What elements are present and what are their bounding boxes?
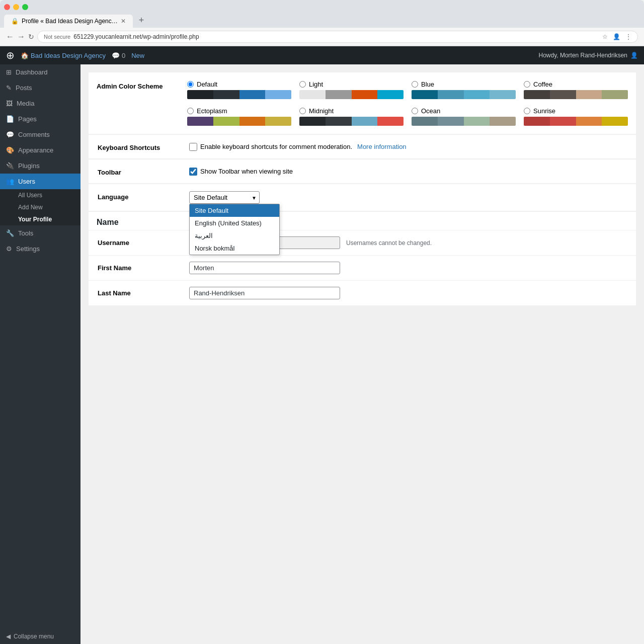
language-select[interactable]: Site Default ▼ (189, 191, 260, 204)
reload-button[interactable]: ↻ (28, 33, 34, 41)
collapse-icon: ◀ (6, 633, 11, 640)
forward-button[interactable]: → (17, 32, 25, 41)
color-scheme-light-radio[interactable] (299, 81, 306, 88)
users-icon: 👥 (6, 178, 14, 185)
sidebar-item-appearance[interactable]: 🎨 Appearance (0, 142, 80, 158)
main-content: Admin Color Scheme Default (80, 64, 644, 644)
sidebar-item-dashboard[interactable]: ⊞ Dashboard (0, 64, 80, 80)
menu-icon[interactable]: ⋮ (625, 33, 631, 40)
toolbar-checkbox[interactable] (189, 168, 197, 176)
pages-icon: 📄 (6, 115, 14, 123)
sidebar: ⊞ Dashboard ✎ Posts 🖼 Media 📄 Pages 💬 Co… (0, 64, 80, 644)
back-button[interactable]: ← (6, 32, 14, 41)
language-option-site-default[interactable]: Site Default (190, 204, 279, 217)
comments-link[interactable]: 💬 0 (112, 52, 125, 59)
sidebar-item-tools[interactable]: 🔧 Tools (0, 225, 80, 241)
posts-icon: ✎ (6, 84, 12, 92)
language-option-ar[interactable]: العربية (190, 229, 279, 242)
wp-admin-bar: ⊕ 🏠 Bad Ideas Design Agency 💬 0 New Howd… (0, 46, 644, 64)
comments-icon: 💬 (6, 131, 14, 138)
name-section-header: Name (89, 211, 636, 230)
toolbar-label: Toolbar (98, 167, 188, 176)
lastname-label: Last Name (98, 287, 188, 299)
color-scheme-light[interactable]: Light (299, 80, 404, 99)
profile-icon[interactable]: 👤 (613, 33, 620, 40)
site-name: Bad Ideas Design Agency (31, 52, 106, 59)
browser-maximize-button[interactable] (22, 4, 28, 10)
tab-close-icon[interactable]: ✕ (121, 18, 126, 25)
firstname-input[interactable] (189, 262, 340, 274)
dashboard-icon: ⊞ (6, 68, 12, 76)
color-scheme-ectoplasm[interactable]: Ectoplasm (187, 107, 291, 126)
select-arrow-icon: ▼ (252, 195, 257, 200)
new-content-link[interactable]: New (131, 52, 144, 59)
color-scheme-coffee-radio[interactable] (524, 81, 530, 88)
username-label: Username (98, 236, 188, 249)
sidebar-item-settings[interactable]: ⚙ Settings (0, 241, 80, 257)
address-url: 651229.youcanlearnit.net/wp-admin/profil… (73, 33, 199, 40)
username-row: Username Usernames cannot be changed. (89, 230, 636, 255)
color-scheme-sunrise-radio[interactable] (524, 108, 530, 114)
color-scheme-coffee[interactable]: Coffee (524, 80, 628, 99)
wp-logo-icon[interactable]: ⊕ (6, 49, 15, 61)
language-row: Language Site Default ▼ Site Default (89, 184, 636, 211)
browser-tab[interactable]: 🔒 Profile « Bad Ideas Design Agenc… ✕ (4, 15, 133, 28)
sidebar-sub-item-your-profile[interactable]: Your Profile (0, 213, 80, 225)
language-option-en-us[interactable]: English (United States) (190, 217, 279, 229)
color-scheme-section: Admin Color Scheme Default (89, 72, 636, 134)
howdy-text: Howdy, Morten Rand-Hendriksen 👤 (538, 52, 638, 59)
language-label: Language (98, 191, 188, 204)
user-avatar-icon: 👤 (630, 52, 638, 59)
color-scheme-default[interactable]: Default (187, 80, 291, 99)
color-scheme-midnight-radio[interactable] (299, 108, 306, 114)
color-scheme-midnight[interactable]: Midnight (299, 107, 404, 126)
toolbar-text: Show Toolbar when viewing site (200, 168, 293, 175)
color-scheme-sunrise[interactable]: Sunrise (524, 107, 628, 126)
new-tab-button[interactable]: + (134, 13, 149, 28)
browser-minimize-button[interactable] (13, 4, 19, 10)
color-scheme-default-radio[interactable] (187, 81, 194, 88)
tab-title: Profile « Bad Ideas Design Agenc… (22, 18, 118, 25)
site-name-link[interactable]: 🏠 Bad Ideas Design Agency (21, 52, 106, 59)
collapse-menu-button[interactable]: ◀ Collapse menu (0, 628, 80, 644)
color-scheme-ocean[interactable]: Ocean (412, 107, 516, 126)
sidebar-sub-item-add-new[interactable]: Add New (0, 201, 80, 213)
settings-icon: ⚙ (6, 245, 12, 253)
keyboard-shortcuts-row: Keyboard Shortcuts Enable keyboard short… (89, 134, 636, 158)
home-icon: 🏠 (21, 52, 29, 59)
firstname-label: First Name (98, 262, 188, 274)
toolbar-control[interactable]: Show Toolbar when viewing site (189, 168, 627, 176)
language-dropdown: Site Default English (United States) الع… (189, 204, 280, 255)
keyboard-shortcuts-control[interactable]: Enable keyboard shortcuts for comment mo… (189, 143, 627, 151)
color-scheme-blue[interactable]: Blue (412, 80, 516, 99)
more-info-link[interactable]: More information (357, 143, 407, 150)
sidebar-item-plugins[interactable]: 🔌 Plugins (0, 158, 80, 174)
color-scheme-blue-radio[interactable] (412, 81, 418, 88)
comments-count: 0 (122, 52, 125, 59)
color-scheme-label: Admin Color Scheme (97, 80, 187, 126)
sidebar-item-comments[interactable]: 💬 Comments (0, 127, 80, 142)
language-select-wrapper[interactable]: Site Default ▼ Site Default English (Uni… (189, 191, 260, 204)
language-option-nb[interactable]: Norsk bokmål (190, 242, 279, 255)
username-hint: Usernames cannot be changed. (346, 239, 432, 247)
keyboard-shortcuts-text: Enable keyboard shortcuts for comment mo… (200, 143, 352, 150)
toolbar-row: Toolbar Show Toolbar when viewing site (89, 159, 636, 183)
browser-close-button[interactable] (4, 4, 10, 10)
lastname-input[interactable] (189, 287, 340, 299)
lastname-row: Last Name (89, 280, 636, 305)
sidebar-item-media[interactable]: 🖼 Media (0, 96, 80, 111)
tools-icon: 🔧 (6, 229, 14, 237)
bookmark-icon[interactable]: ☆ (602, 33, 608, 40)
sidebar-item-users[interactable]: 👥 Users (0, 174, 80, 189)
security-label: Not secure (44, 34, 70, 40)
users-submenu: All Users Add New Your Profile (0, 189, 80, 225)
keyboard-shortcuts-checkbox[interactable] (189, 143, 197, 151)
address-bar[interactable]: Not secure 651229.youcanlearnit.net/wp-a… (37, 31, 638, 43)
sidebar-item-posts[interactable]: ✎ Posts (0, 80, 80, 96)
color-scheme-ectoplasm-radio[interactable] (187, 108, 194, 114)
tab-favicon: 🔒 (11, 18, 19, 25)
sidebar-item-pages[interactable]: 📄 Pages (0, 111, 80, 127)
sidebar-sub-item-all-users[interactable]: All Users (0, 189, 80, 201)
firstname-row: First Name (89, 255, 636, 280)
color-scheme-ocean-radio[interactable] (412, 108, 418, 114)
